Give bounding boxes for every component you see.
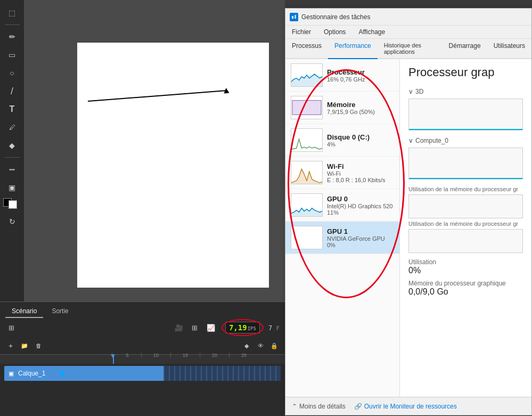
menu-fichier[interactable]: Fichier bbox=[290, 27, 313, 37]
delete-icon[interactable]: 🗑 bbox=[33, 340, 44, 351]
disque-value: 4% bbox=[327, 141, 394, 148]
section-3d-label: 3D bbox=[415, 88, 423, 95]
layer-row[interactable]: ▣ Calque_1 bbox=[4, 366, 281, 381]
section-compute: ∨ Compute_0 bbox=[408, 137, 523, 144]
tab-scenario[interactable]: Scénario bbox=[5, 305, 43, 318]
ruler-mark-15: 15 bbox=[170, 353, 200, 358]
gpu0-thumbnail bbox=[291, 193, 323, 217]
svg-rect-8 bbox=[292, 101, 321, 115]
svg-rect-4 bbox=[294, 15, 296, 19]
task-manager-content: Processeur 16% 0,76 GHz Mémoire 7,9/15,9… bbox=[285, 59, 531, 397]
gpu1-name: GPU 1 bbox=[327, 227, 394, 235]
visibility-icon[interactable]: 👁 bbox=[255, 340, 266, 351]
stat-mem-label-2: Utilisation de la mémoire du processeur … bbox=[408, 221, 523, 227]
graph-mem1 bbox=[408, 194, 523, 218]
text-icon[interactable]: T bbox=[4, 101, 21, 118]
network-icon[interactable]: ⊞ bbox=[189, 322, 201, 333]
disque-thumbnail bbox=[291, 128, 323, 152]
utilisation-label: Utilisation 0% bbox=[408, 258, 436, 275]
sidebar-item-processeur[interactable]: Processeur 16% 0,76 GHz bbox=[285, 59, 399, 92]
tab-demarrage[interactable]: Démarrage bbox=[443, 39, 487, 59]
frame-value: 7 F bbox=[268, 324, 280, 332]
section-3d: ∨ 3D bbox=[408, 88, 523, 95]
gpu1-info: GPU 1 NVIDIA GeForce GPU 0% bbox=[327, 227, 394, 248]
tab-historique[interactable]: Historique des applications bbox=[378, 39, 443, 59]
chevron-up-icon: ⌃ bbox=[292, 403, 297, 410]
gpu0-value1: Intel(R) HD Graphics 520 bbox=[327, 203, 394, 209]
memoire-thumbnail bbox=[291, 96, 323, 119]
collapse-label: Moins de détails bbox=[299, 403, 346, 410]
monitor-link[interactable]: 🔗 Ouvrir le Moniteur de ressources bbox=[354, 403, 457, 410]
memoire-gpu-label: Mémoire du processeur graphique 0,0/9,0 … bbox=[408, 280, 506, 297]
keyframe-icon[interactable]: ◆ bbox=[241, 340, 252, 351]
task-manager-tabs: Processus Performance Historique des app… bbox=[285, 39, 531, 59]
gpu1-value2: 0% bbox=[327, 242, 394, 248]
line-icon[interactable]: / bbox=[4, 83, 21, 100]
diamond-icon[interactable]: ◆ bbox=[4, 137, 21, 154]
layers-area: ▣ Calque_1 bbox=[4, 366, 281, 381]
collapse-link[interactable]: ⌃ Moins de détails bbox=[292, 403, 346, 410]
tab-processus[interactable]: Processus bbox=[285, 39, 328, 59]
tab-performance[interactable]: Performance bbox=[328, 39, 378, 59]
canvas-white bbox=[77, 43, 269, 288]
gpu1-thumbnail bbox=[291, 226, 323, 249]
stat-utilisation: Utilisation 0% bbox=[408, 258, 523, 275]
fps-value: 7,19 bbox=[229, 323, 247, 332]
task-manager-menubar: Fichier Options Affichage bbox=[285, 26, 531, 39]
timeline-controls: + 📁 🗑 ◆ 👁 🔒 bbox=[0, 337, 285, 354]
fps-suffix: IPS bbox=[248, 326, 256, 331]
wifi-value1: Wi-Fi bbox=[327, 170, 394, 177]
wifi-info: Wi-Fi Wi-Fi E : 8,0 R : 16,0 Kbits/s bbox=[327, 162, 394, 183]
sidebar-item-disque[interactable]: Disque 0 (C:) 4% bbox=[285, 124, 399, 157]
camera-icon[interactable]: 🎥 bbox=[173, 322, 185, 333]
wifi-thumbnail bbox=[291, 161, 323, 184]
add-layer-icon[interactable]: + bbox=[5, 340, 16, 351]
layers-panel-icon[interactable]: ⊞ bbox=[5, 322, 17, 333]
layer-type-icon: ▣ bbox=[9, 370, 14, 377]
processeur-thumbnail bbox=[291, 63, 323, 87]
layers-icon[interactable]: ▣ bbox=[4, 179, 21, 196]
svg-rect-2 bbox=[291, 14, 297, 20]
svg-rect-3 bbox=[292, 16, 293, 19]
graph-icon[interactable]: 📈 bbox=[205, 322, 217, 333]
menu-options[interactable]: Options bbox=[322, 27, 348, 37]
chevron-3d-icon: ∨ bbox=[408, 88, 413, 95]
gpu0-value2: 11% bbox=[327, 209, 394, 216]
sidebar-item-gpu0[interactable]: GPU 0 Intel(R) HD Graphics 520 11% bbox=[285, 189, 399, 222]
sidebar-item-gpu1[interactable]: GPU 1 NVIDIA GeForce GPU 0% bbox=[285, 222, 399, 254]
tab-sortie[interactable]: Sortie bbox=[45, 305, 75, 318]
toolbar: ⬚ ✏ ▭ ○ / T 🖊 ◆ ••• ▣ ↻ bbox=[0, 0, 24, 304]
ruler-mark-5: 5 bbox=[112, 353, 141, 358]
graph-mem2 bbox=[408, 229, 523, 253]
background-color[interactable] bbox=[9, 200, 17, 209]
lock-icon[interactable]: 🔒 bbox=[269, 340, 280, 351]
sidebar-item-wifi[interactable]: Wi-Fi Wi-Fi E : 8,0 R : 16,0 Kbits/s bbox=[285, 157, 399, 189]
canvas-area bbox=[24, 0, 285, 304]
stat-memoire-gpu: Mémoire du processeur graphique 0,0/9,0 … bbox=[408, 280, 523, 297]
more-icon[interactable]: ••• bbox=[4, 161, 21, 178]
task-manager-footer: ⌃ Moins de détails 🔗 Ouvrir le Moniteur … bbox=[285, 397, 531, 415]
tab-utilisateurs[interactable]: Utilisateurs bbox=[487, 39, 531, 59]
processeur-value: 16% 0,76 GHz bbox=[327, 76, 394, 83]
menu-affichage[interactable]: Affichage bbox=[356, 27, 387, 37]
ellipse-icon[interactable]: ○ bbox=[4, 64, 21, 81]
gpu1-value1: NVIDIA GeForce GPU bbox=[327, 235, 394, 242]
stat-mem-label-1: Utilisation de la mémoire du processeur … bbox=[408, 186, 523, 192]
wifi-name: Wi-Fi bbox=[327, 162, 394, 170]
toolbar-separator-1 bbox=[5, 25, 20, 25]
brush-icon[interactable]: ✏ bbox=[4, 28, 21, 45]
playhead bbox=[113, 355, 114, 364]
fps-container: 7,19IPS bbox=[225, 322, 260, 333]
refresh-icon[interactable]: ↻ bbox=[4, 213, 21, 230]
ruler-mark-10: 10 bbox=[141, 353, 170, 358]
sidebar-item-memoire[interactable]: Mémoire 7,9/15,9 Go (50%) bbox=[285, 92, 399, 124]
rectangle-icon[interactable]: ▭ bbox=[4, 46, 21, 63]
frame-display: 7 F bbox=[268, 323, 280, 332]
folder-icon[interactable]: 📁 bbox=[19, 340, 30, 351]
ruler-marks: 5 10 15 20 25 bbox=[112, 353, 258, 358]
gpu0-info: GPU 0 Intel(R) HD Graphics 520 11% bbox=[327, 195, 394, 216]
pin-icon[interactable]: 🖊 bbox=[4, 119, 21, 136]
panel-title: Processeur grap bbox=[408, 66, 523, 79]
resize-icon[interactable]: ⬚ bbox=[4, 4, 21, 21]
graph-3d-line bbox=[409, 129, 522, 130]
